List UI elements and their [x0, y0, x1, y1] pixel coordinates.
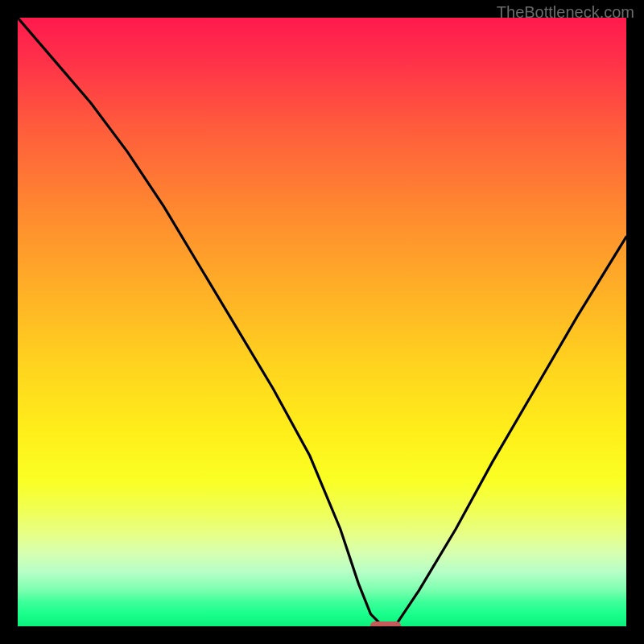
watermark-text: TheBottleneck.com — [497, 3, 634, 22]
plot-area — [18, 18, 626, 626]
bottleneck-curve — [18, 18, 626, 626]
optimal-marker — [370, 621, 401, 626]
curve-path — [18, 18, 626, 626]
